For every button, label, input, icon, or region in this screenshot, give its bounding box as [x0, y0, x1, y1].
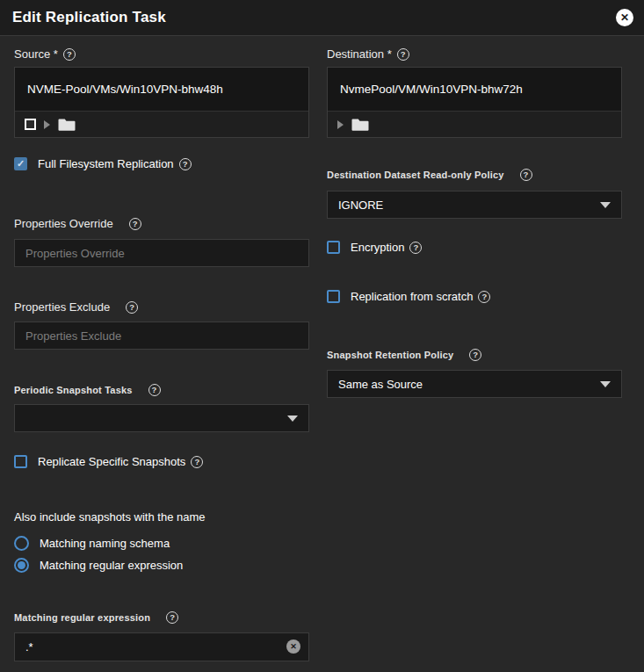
properties-override-input[interactable]	[14, 239, 309, 267]
source-input[interactable]	[15, 68, 308, 111]
radio-matching-naming-schema[interactable]: Matching naming schema	[14, 536, 170, 551]
source-dataset-box	[14, 67, 309, 138]
tree-node-checkbox[interactable]	[25, 119, 36, 130]
chevron-down-icon	[600, 381, 611, 387]
tree-expand-icon[interactable]	[337, 120, 344, 129]
retention-policy-label-text: Snapshot Retention Policy	[327, 350, 453, 360]
destination-dataset-box	[327, 67, 622, 138]
destination-tree-row	[328, 111, 621, 137]
dialog-header: Edit Replication Task ✕	[0, 0, 644, 36]
destination-label: Destination * ?	[327, 47, 409, 61]
help-icon[interactable]: ?	[397, 48, 409, 61]
help-icon[interactable]: ?	[191, 456, 203, 468]
replicate-specific-snapshots-row: Replicate Specific Snapshots ?	[14, 455, 203, 468]
full-filesystem-replication-checkbox[interactable]	[14, 157, 27, 170]
help-icon[interactable]: ?	[409, 242, 422, 254]
retention-policy-select[interactable]: Same as Source	[327, 370, 622, 398]
replicate-specific-snapshots-label: Replicate Specific Snapshots	[38, 455, 185, 468]
help-icon[interactable]: ?	[126, 301, 138, 314]
snapshot-naming-heading: Also include snapshots with the name	[14, 510, 206, 524]
destination-label-text: Destination *	[327, 47, 392, 61]
folder-icon	[351, 117, 370, 132]
encryption-row: Encryption ?	[327, 241, 422, 254]
readonly-policy-label-text: Destination Dataset Read-only Policy	[327, 170, 504, 180]
replication-from-scratch-checkbox[interactable]	[327, 290, 340, 303]
radio-label: Matching regular expression	[40, 559, 183, 572]
source-label: Source * ?	[14, 47, 76, 61]
properties-override-label: Properties Override ?	[14, 217, 141, 230]
matching-regex-input[interactable]	[14, 632, 309, 661]
full-filesystem-replication-row: Full Filesystem Replication ?	[14, 157, 192, 170]
matching-regex-label-text: Matching regular expression	[14, 612, 150, 623]
replicate-specific-snapshots-checkbox[interactable]	[14, 455, 27, 468]
encryption-checkbox[interactable]	[327, 241, 340, 254]
full-filesystem-replication-label: Full Filesystem Replication	[38, 157, 174, 170]
help-icon[interactable]: ?	[469, 349, 481, 361]
retention-policy-label: Snapshot Retention Policy ?	[327, 349, 481, 361]
properties-exclude-label-text: Properties Exclude	[14, 300, 110, 314]
clear-icon[interactable]: ✕	[286, 639, 300, 654]
properties-exclude-label: Properties Exclude ?	[14, 300, 138, 314]
edit-replication-task-dialog: Edit Replication Task ✕ Source * ? Full …	[0, 0, 644, 672]
radio-icon[interactable]	[14, 536, 29, 551]
replication-from-scratch-label: Replication from scratch	[351, 290, 473, 303]
radio-icon[interactable]	[14, 558, 29, 573]
retention-policy-value: Same as Source	[338, 378, 423, 391]
properties-exclude-input[interactable]	[14, 322, 309, 350]
chevron-down-icon	[600, 202, 611, 208]
readonly-policy-label: Destination Dataset Read-only Policy ?	[327, 169, 532, 181]
readonly-policy-value: IGNORE	[338, 199, 383, 212]
encryption-label: Encryption	[351, 241, 404, 254]
replication-from-scratch-row: Replication from scratch ?	[327, 290, 490, 303]
help-icon[interactable]: ?	[148, 384, 161, 396]
help-icon[interactable]: ?	[179, 158, 192, 170]
help-icon[interactable]: ?	[166, 611, 178, 624]
help-icon[interactable]: ?	[129, 218, 141, 230]
radio-label: Matching naming schema	[40, 537, 170, 550]
periodic-snapshot-tasks-label: Periodic Snapshot Tasks ?	[14, 384, 161, 396]
source-tree-row	[15, 111, 308, 137]
matching-regex-label: Matching regular expression ?	[14, 611, 178, 624]
periodic-snapshot-tasks-label-text: Periodic Snapshot Tasks	[14, 385, 133, 395]
source-label-text: Source *	[14, 47, 58, 61]
help-icon[interactable]: ?	[478, 291, 490, 303]
readonly-policy-select[interactable]: IGNORE	[327, 191, 622, 219]
tree-expand-icon[interactable]	[44, 120, 50, 129]
dialog-title: Edit Replication Task	[12, 9, 166, 26]
matching-regex-field: ✕	[14, 632, 309, 661]
chevron-down-icon	[287, 415, 298, 422]
periodic-snapshot-tasks-select[interactable]	[14, 404, 309, 432]
radio-matching-regular-expression[interactable]: Matching regular expression	[14, 558, 183, 573]
folder-icon	[58, 117, 76, 132]
help-icon[interactable]: ?	[63, 48, 76, 61]
properties-override-label-text: Properties Override	[14, 217, 113, 230]
close-icon[interactable]: ✕	[616, 9, 633, 26]
help-icon[interactable]: ?	[520, 169, 532, 181]
destination-input[interactable]	[328, 68, 621, 111]
